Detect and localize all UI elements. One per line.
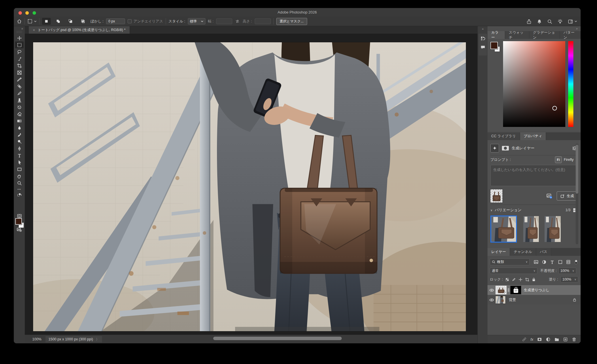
filter-type-layers-icon[interactable] (550, 260, 555, 264)
variations-chevron-down-icon[interactable]: ∨ (490, 209, 492, 212)
filter-toggle-switch[interactable] (574, 259, 578, 265)
color-field[interactable] (503, 41, 565, 127)
model-selector[interactable]: Fi Firefly ∨ (555, 156, 578, 163)
expand-panels-icon[interactable]: « (478, 26, 488, 31)
type-tool[interactable] (14, 152, 24, 159)
tab-paths[interactable]: パス (536, 248, 551, 256)
discover-lightbulb-icon[interactable] (558, 19, 563, 24)
add-selection-mode-button[interactable] (53, 18, 63, 25)
path-selection-tool[interactable] (14, 159, 24, 166)
new-layer-icon[interactable] (563, 337, 568, 342)
search-icon[interactable] (547, 19, 552, 24)
new-selection-mode-button[interactable] (42, 18, 51, 25)
delete-layer-trash-icon[interactable] (572, 337, 577, 342)
notifications-bell-icon[interactable] (537, 19, 542, 24)
layer-visibility-eye-icon[interactable] (488, 298, 496, 302)
close-window-button[interactable] (18, 11, 22, 15)
variation-thumbnail-3[interactable] (545, 216, 561, 242)
variation-thumbnail-1-selected[interactable] (490, 216, 517, 243)
color-field-marker[interactable] (552, 106, 557, 110)
tab-channels[interactable]: チャンネル (510, 248, 536, 256)
width-input[interactable] (216, 18, 232, 24)
spot-healing-brush-tool[interactable] (14, 83, 24, 90)
status-chevron-right-icon[interactable]: 〉 (96, 337, 99, 342)
clone-stamp-tool[interactable] (14, 97, 24, 104)
share-icon[interactable] (526, 19, 532, 24)
layer-thumbnail-background[interactable] (496, 296, 505, 304)
lock-pixels-icon[interactable] (512, 277, 516, 282)
select-and-mask-button[interactable]: 選択とマスク... (276, 18, 307, 25)
fill-value[interactable]: 100% ∨ (560, 276, 578, 283)
comments-panel-icon[interactable] (479, 41, 487, 50)
filter-adjustment-layers-icon[interactable] (542, 260, 547, 264)
horizontal-scrollbar[interactable] (213, 337, 342, 340)
tab-swatches[interactable]: スウォッチ (505, 31, 529, 39)
minimize-window-button[interactable] (25, 11, 29, 15)
layer-name[interactable]: 背景 (509, 298, 516, 302)
lock-artboard-icon[interactable] (525, 277, 529, 282)
zoom-level[interactable]: 100% (32, 337, 41, 341)
lock-all-icon[interactable] (532, 277, 536, 282)
feather-input[interactable]: 0 px (106, 18, 125, 24)
edit-toolbar-icon[interactable]: ••• (14, 186, 24, 192)
antialias-checkbox[interactable] (128, 19, 132, 23)
layer-thumbnail-generative[interactable] (496, 286, 507, 294)
layer-name[interactable]: 生成塗りつぶし (524, 288, 549, 293)
variation-thumbnail-2[interactable] (523, 216, 539, 242)
home-icon[interactable] (17, 19, 22, 24)
hand-tool[interactable] (14, 173, 24, 180)
zoom-tool[interactable] (14, 180, 24, 186)
eraser-tool[interactable] (14, 110, 24, 117)
properties-scrollbar-thumb[interactable] (576, 145, 578, 194)
toolbar-collapse-icon[interactable]: » (14, 26, 25, 30)
tab-gradients[interactable]: グラデーション (529, 31, 560, 39)
layer-style-fx-icon[interactable]: fx (530, 337, 533, 342)
foreground-color-swatch-panel[interactable] (490, 42, 498, 49)
document-dimensions-chip[interactable]: 1500 px x 1000 px (300 ppi) 〉 (46, 336, 102, 342)
brush-tool[interactable] (14, 90, 24, 97)
dodge-tool[interactable] (14, 138, 24, 145)
history-panel-icon[interactable] (479, 34, 487, 41)
marquee-tool-preset[interactable] (27, 19, 37, 24)
layer-filter-dropdown[interactable]: 種類 ∨ (490, 258, 530, 265)
add-layer-mask-icon[interactable] (537, 337, 542, 342)
rectangular-marquee-tool[interactable] (15, 41, 24, 48)
layer-visibility-eye-icon[interactable] (488, 288, 496, 293)
hue-slider[interactable] (568, 41, 573, 127)
default-colors-icon[interactable] (14, 192, 24, 198)
close-tab-icon[interactable]: × (33, 28, 35, 32)
smudge-tool[interactable] (14, 131, 24, 138)
crop-tool[interactable] (14, 62, 24, 69)
quick-selection-tool[interactable] (14, 55, 24, 62)
layer-row-background[interactable]: 背景 (488, 295, 581, 305)
gradient-tool[interactable] (14, 117, 24, 124)
foreground-color-swatch[interactable] (15, 218, 22, 225)
zoom-window-button[interactable] (33, 11, 36, 15)
tab-cc-libraries[interactable]: CC ライブラリ (488, 132, 520, 140)
frame-tool[interactable] (14, 69, 24, 76)
swap-width-height-icon[interactable] (235, 19, 240, 24)
reference-image-check-icon[interactable] (546, 193, 553, 199)
prompt-textarea[interactable] (490, 165, 577, 186)
generative-sparkle-icon[interactable] (490, 144, 499, 153)
eyedropper-tool[interactable] (14, 76, 24, 83)
layer-row-generative-fill[interactable]: 生成塗りつぶし (488, 285, 581, 295)
collapse-panels-icon[interactable]: » (488, 26, 581, 30)
document-tab[interactable]: × トートバッグ.psd @ 100% (生成塗りつぶし, RGB/8) * (29, 26, 130, 34)
tab-layers[interactable]: レイヤー (488, 248, 510, 256)
filter-shape-layers-icon[interactable] (558, 260, 563, 264)
pen-tool[interactable] (14, 145, 24, 152)
tab-properties[interactable]: プロパティ (520, 132, 546, 140)
toolbar-grip[interactable] (17, 31, 22, 33)
blend-mode-dropdown[interactable]: 通常 ∨ (490, 268, 537, 274)
style-dropdown[interactable]: 標準 (188, 18, 205, 24)
rectangle-tool[interactable] (14, 166, 24, 173)
history-brush-tool[interactable] (14, 104, 24, 110)
lock-transparency-icon[interactable] (505, 277, 509, 282)
opacity-value[interactable]: 100% ∨ (558, 268, 576, 274)
new-group-folder-icon[interactable] (554, 337, 559, 342)
layer-mask-link-icon[interactable] (507, 288, 511, 292)
filter-pixel-layers-icon[interactable] (534, 260, 539, 264)
intersect-selection-mode-button[interactable] (78, 18, 88, 25)
lasso-tool[interactable] (14, 48, 24, 55)
